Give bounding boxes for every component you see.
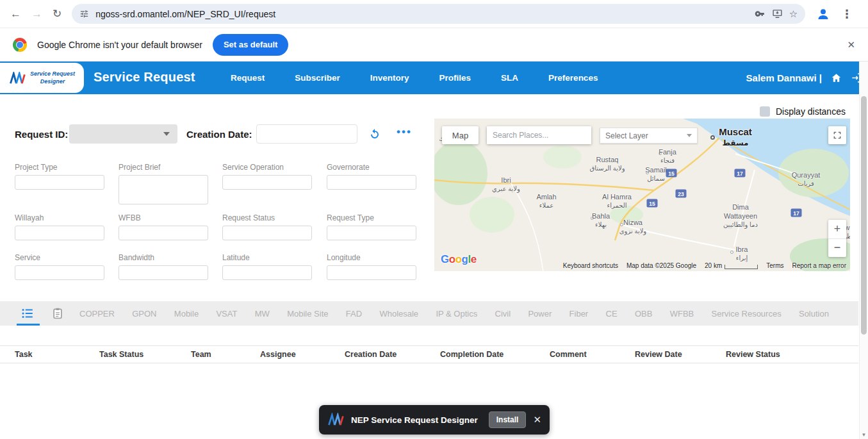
notification-close-icon[interactable]: ✕ [847, 39, 855, 51]
fullscreen-button[interactable] [828, 126, 846, 144]
route-shield-17b: 17 [791, 209, 802, 217]
tab-service-resources[interactable]: Service Resources [712, 309, 782, 319]
screen: ← → ↻ ngoss-srd.omantel.om/NEP_SRD_UI/re… [0, 0, 868, 439]
browser-menu-icon[interactable]: ⋮ [841, 7, 853, 21]
nav-item-inventory[interactable]: Inventory [370, 73, 409, 83]
scrollbar-thumb[interactable] [861, 96, 867, 335]
layer-select[interactable]: Select Layer [600, 128, 698, 144]
col-review-date: Review Date [635, 350, 726, 359]
tab-mobile[interactable]: Mobile [174, 309, 199, 319]
map-attribution: Keyboard shortcuts Map data ©2025 Google… [563, 262, 846, 269]
service-input[interactable] [15, 265, 104, 280]
route-shield-15b: 15 [647, 199, 658, 208]
nav-item-sla[interactable]: SLA [501, 73, 518, 83]
task-list-tab-icon[interactable] [20, 306, 35, 323]
samail-marker [646, 171, 649, 174]
reload-icon[interactable]: ↻ [53, 8, 61, 19]
toast-close-icon[interactable]: ✕ [533, 414, 541, 426]
logo-text: Service RequestDesigner [30, 70, 75, 85]
nav-item-profiles[interactable]: Profiles [439, 73, 471, 83]
wfbb-input[interactable] [119, 226, 208, 240]
app-header: Service RequestDesigner Service Request … [0, 62, 868, 94]
nav-item-preferences[interactable]: Preferences [548, 73, 598, 83]
chevron-down-icon [163, 132, 170, 136]
password-key-icon[interactable] [755, 8, 766, 19]
field-request-status: Request Status [222, 213, 313, 240]
col-creation-date: Creation Date [345, 350, 440, 359]
tab-solution[interactable]: Solution [799, 309, 829, 319]
bookmark-star-icon[interactable]: ☆ [789, 9, 798, 19]
site-info-icon[interactable] [79, 9, 89, 19]
route-shield-23: 23 [676, 190, 687, 198]
willayah-input[interactable] [15, 226, 104, 240]
terms-link[interactable]: Terms [766, 262, 783, 269]
tab-wholesale[interactable]: Wholesale [379, 309, 418, 319]
request-type-input[interactable] [327, 226, 416, 240]
service-operation-input[interactable] [222, 175, 312, 190]
forward-icon[interactable]: → [31, 8, 42, 19]
project-brief-input[interactable] [119, 175, 208, 204]
latitude-input[interactable] [222, 265, 312, 280]
keyboard-shortcuts-link[interactable]: Keyboard shortcuts [563, 262, 618, 269]
back-icon[interactable]: ← [10, 8, 21, 19]
longitude-input[interactable] [327, 265, 416, 280]
profile-avatar[interactable] [815, 6, 831, 22]
tab-ip-optics[interactable]: IP & Optics [436, 309, 477, 319]
tab-ce[interactable]: CE [606, 309, 618, 319]
col-comment: Comment [550, 350, 635, 359]
nav-item-subscriber[interactable]: Subscriber [295, 73, 340, 83]
project-type-input[interactable] [15, 175, 104, 190]
notes-tab-icon[interactable] [51, 306, 64, 323]
tab-obb[interactable]: OBB [635, 309, 652, 319]
app-logo[interactable]: Service RequestDesigner [0, 63, 84, 93]
page-title: Service Request [94, 70, 195, 85]
request-id-label: Request ID: [15, 129, 68, 140]
main-nav: Request Subscriber Inventory Profiles SL… [231, 62, 598, 94]
report-error-link[interactable]: Report a map error [792, 262, 846, 269]
page-scrollbar[interactable]: ▼ [859, 62, 868, 439]
tab-gpon[interactable]: GPON [132, 309, 156, 319]
field-bandwidth: Bandwidth [119, 253, 209, 280]
muscat-marker [710, 135, 715, 140]
field-willayah: Willayah [15, 213, 106, 240]
url-text: ngoss-srd.omantel.om/NEP_SRD_UI/request [95, 9, 748, 19]
tab-wfbb[interactable]: WFBB [670, 309, 694, 319]
install-button[interactable]: Install [489, 411, 527, 428]
tab-fiber[interactable]: Fiber [569, 309, 589, 319]
request-status-input[interactable] [222, 226, 312, 240]
more-options-button[interactable]: ••• [397, 126, 412, 138]
user-area: Salem Dannawi | [746, 62, 863, 94]
tab-fad[interactable]: FAD [346, 309, 362, 319]
install-app-icon[interactable] [772, 8, 783, 19]
google-logo[interactable]: Google [441, 253, 477, 266]
field-longitude: Longitude [327, 253, 418, 280]
address-bar[interactable]: ngoss-srd.omantel.om/NEP_SRD_UI/request … [72, 4, 805, 24]
nav-item-request[interactable]: Request [231, 73, 265, 83]
creation-date-label: Creation Date: [186, 129, 252, 140]
map-type-button[interactable]: Map [442, 126, 479, 144]
nep-logo-icon [9, 72, 26, 85]
scrollbar-down-arrow[interactable]: ▼ [860, 432, 868, 438]
display-distances-checkbox[interactable] [760, 106, 770, 117]
field-governorate: Governorate [327, 163, 418, 190]
home-icon[interactable] [830, 72, 842, 84]
pwa-install-toast: NEP Service Request Designer Install ✕ [319, 405, 550, 435]
zoom-in-button[interactable]: + [828, 220, 846, 239]
field-latitude: Latitude [222, 253, 313, 280]
tab-vsat[interactable]: VSAT [216, 309, 237, 319]
request-id-select[interactable] [69, 124, 177, 144]
tab-copper[interactable]: COPPER [79, 309, 115, 319]
tab-mw[interactable]: MW [255, 309, 270, 319]
map-search-input[interactable] [487, 126, 591, 144]
field-wfbb: WFBB [119, 213, 209, 240]
refresh-icon[interactable] [368, 128, 381, 143]
tab-mobile-site[interactable]: Mobile Site [287, 309, 328, 319]
governorate-input[interactable] [327, 175, 416, 190]
bandwidth-input[interactable] [119, 265, 208, 280]
creation-date-input[interactable] [256, 124, 357, 144]
tab-civil[interactable]: Civil [495, 309, 511, 319]
ibra-marker [730, 251, 733, 254]
tab-power[interactable]: Power [528, 309, 552, 319]
zoom-out-button[interactable]: − [828, 239, 846, 258]
set-as-default-button[interactable]: Set as default [213, 34, 289, 56]
